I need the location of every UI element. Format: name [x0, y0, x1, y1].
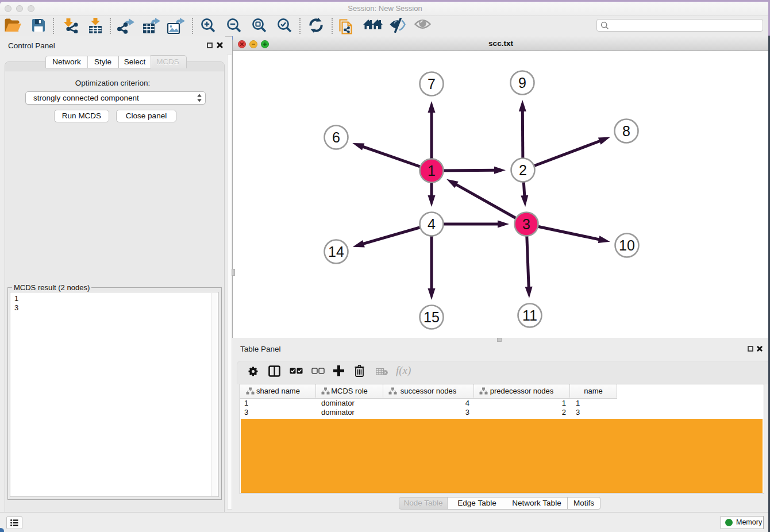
- svg-text:15: 15: [424, 309, 440, 325]
- svg-text:10: 10: [619, 237, 635, 253]
- svg-text:6: 6: [332, 129, 340, 145]
- svg-text:11: 11: [522, 307, 537, 323]
- svg-text:8: 8: [622, 123, 630, 139]
- svg-text:9: 9: [518, 75, 526, 91]
- svg-text:1: 1: [428, 163, 436, 179]
- svg-text:4: 4: [428, 216, 436, 232]
- svg-text:7: 7: [428, 76, 436, 92]
- svg-text:2: 2: [519, 162, 527, 178]
- svg-text:14: 14: [328, 244, 344, 260]
- svg-text:3: 3: [522, 216, 530, 232]
